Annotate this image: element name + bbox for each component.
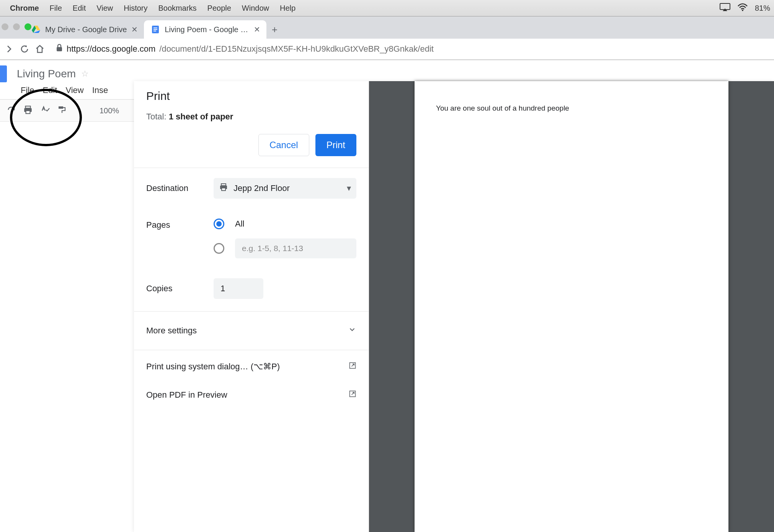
close-icon[interactable]: ✕ <box>254 25 260 34</box>
copies-input[interactable]: 1 <box>214 278 263 299</box>
zoom-level[interactable]: 100% <box>100 106 119 115</box>
tab-google-drive[interactable]: My Drive - Google Drive ✕ <box>24 20 144 39</box>
menubar-file[interactable]: File <box>50 4 62 13</box>
print-button[interactable]: Print <box>315 134 356 156</box>
destination-select[interactable]: Jepp 2nd Floor ▾ <box>214 178 356 199</box>
chevron-down-icon: ▾ <box>347 183 351 193</box>
pages-all-label: All <box>235 219 244 229</box>
battery-percent: 81% <box>755 4 770 13</box>
print-dialog-title: Print <box>146 90 356 103</box>
printer-icon <box>219 183 228 194</box>
svg-rect-6 <box>57 47 62 51</box>
macos-menubar: Chrome File Edit View History Bookmarks … <box>0 0 774 16</box>
menubar-help[interactable]: Help <box>280 4 296 13</box>
document-title[interactable]: Living Poem <box>17 68 76 80</box>
external-link-icon <box>349 362 356 372</box>
copies-value: 1 <box>220 284 225 294</box>
wifi-icon[interactable] <box>737 3 748 13</box>
svg-rect-11 <box>221 184 226 186</box>
tab-title: My Drive - Google Drive <box>45 25 127 34</box>
cancel-button[interactable]: Cancel <box>258 134 309 156</box>
svg-rect-10 <box>59 106 63 109</box>
home-button[interactable] <box>35 44 44 54</box>
print-preview-pane: You are one soul out of a hundred people <box>369 81 774 532</box>
lock-icon <box>56 44 63 54</box>
svg-rect-3 <box>153 28 157 28</box>
open-pdf-label: Open PDF in Preview <box>146 390 227 400</box>
url-host: https://docs.google.com <box>67 44 155 54</box>
drive-icon <box>31 25 41 34</box>
close-icon[interactable]: ✕ <box>131 25 138 34</box>
external-link-icon <box>349 390 356 400</box>
destination-label: Destination <box>146 183 208 193</box>
tab-title: Living Poem - Google Docs <box>165 25 249 34</box>
svg-rect-5 <box>153 31 156 31</box>
print-total-prefix: Total: <box>146 112 169 121</box>
menubar-window[interactable]: Window <box>242 4 269 13</box>
divider <box>134 350 369 350</box>
copies-label: Copies <box>146 284 208 294</box>
menubar-history[interactable]: History <box>124 4 147 13</box>
docs-menu-insert[interactable]: Inse <box>92 85 108 95</box>
docs-icon <box>151 25 160 34</box>
menubar-view[interactable]: View <box>96 4 113 13</box>
divider <box>134 311 369 312</box>
redo-icon[interactable] <box>7 106 15 116</box>
docs-logo-icon[interactable] <box>0 65 7 82</box>
preview-text-line: You are one soul out of a hundred people <box>436 104 707 113</box>
svg-rect-7 <box>26 106 31 108</box>
print-total-value: 1 sheet of paper <box>169 112 234 121</box>
window-close-icon[interactable] <box>2 23 8 30</box>
window-minimize-icon[interactable] <box>13 23 20 30</box>
address-bar[interactable]: https://docs.google.com/document/d/1-ED1… <box>51 41 769 57</box>
browser-toolbar: https://docs.google.com/document/d/1-ED1… <box>0 39 774 60</box>
svg-rect-9 <box>26 111 30 114</box>
pages-range-radio[interactable] <box>214 243 224 254</box>
print-dialog: Print Total: 1 sheet of paper Cancel Pri… <box>134 81 774 532</box>
pages-all-radio[interactable] <box>214 219 224 229</box>
svg-rect-13 <box>222 188 225 191</box>
url-path: /document/d/1-ED15NzuxjsqsMX5F-KH-hU9kdk… <box>159 44 434 54</box>
tab-strip: My Drive - Google Drive ✕ Living Poem - … <box>0 16 774 39</box>
preview-page: You are one soul out of a hundred people <box>415 81 728 532</box>
docs-menu-view[interactable]: View <box>65 85 83 95</box>
menubar-app-name[interactable]: Chrome <box>10 4 39 13</box>
chrome-window-frame: My Drive - Google Drive ✕ Living Poem - … <box>0 16 774 60</box>
airplay-icon[interactable] <box>720 3 730 13</box>
paint-format-icon[interactable] <box>57 105 67 116</box>
tab-google-docs[interactable]: Living Poem - Google Docs ✕ <box>144 20 266 39</box>
svg-rect-4 <box>153 29 157 30</box>
print-icon[interactable] <box>23 105 33 117</box>
forward-button[interactable] <box>5 44 14 54</box>
pages-range-input[interactable]: e.g. 1-5, 8, 11-13 <box>235 238 356 258</box>
print-options-panel: Print Total: 1 sheet of paper Cancel Pri… <box>134 81 369 532</box>
menubar-people[interactable]: People <box>207 4 231 13</box>
more-settings-toggle[interactable]: More settings <box>146 314 356 348</box>
print-total-sheets: Total: 1 sheet of paper <box>146 112 356 122</box>
docs-menu-file[interactable]: File <box>21 85 34 95</box>
svg-point-1 <box>742 10 743 11</box>
pages-label: Pages <box>146 219 208 230</box>
docs-menu-edit[interactable]: Edit <box>42 85 57 95</box>
chevron-down-icon <box>348 325 356 336</box>
pages-range-placeholder: e.g. 1-5, 8, 11-13 <box>242 244 303 253</box>
menubar-edit[interactable]: Edit <box>73 4 86 13</box>
system-dialog-label: Print using system dialog… (⌥⌘P) <box>146 362 280 372</box>
more-settings-label: More settings <box>146 326 197 336</box>
reload-button[interactable] <box>20 44 29 54</box>
menubar-bookmarks[interactable]: Bookmarks <box>158 4 197 13</box>
star-icon[interactable]: ☆ <box>81 69 89 79</box>
new-tab-button[interactable]: + <box>266 20 282 39</box>
open-pdf-preview-link[interactable]: Open PDF in Preview <box>146 381 356 409</box>
spellcheck-icon[interactable] <box>41 105 50 116</box>
destination-value: Jepp 2nd Floor <box>234 183 290 193</box>
system-dialog-link[interactable]: Print using system dialog… (⌥⌘P) <box>146 352 356 381</box>
